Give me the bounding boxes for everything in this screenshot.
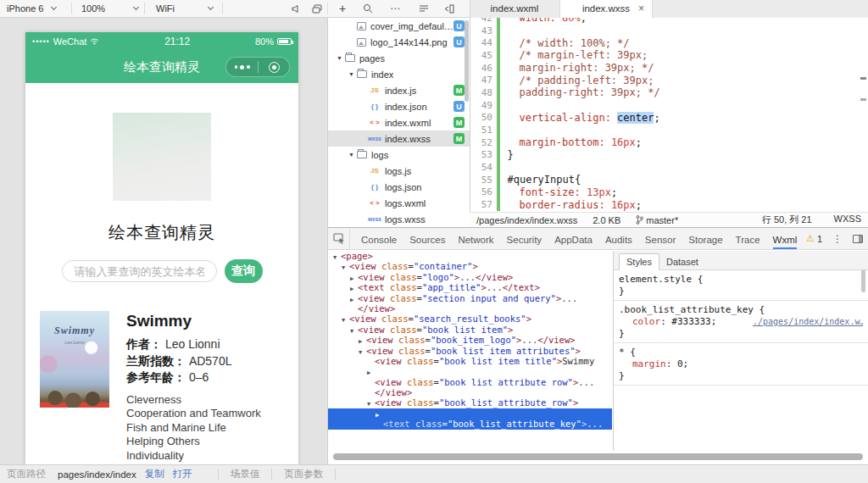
query-input[interactable] <box>62 260 217 282</box>
git-branch[interactable]: master* <box>636 215 678 225</box>
add-file-icon[interactable]: + <box>336 2 349 15</box>
wxml-node[interactable]: ▼<view class="book_list_item_attributes"… <box>328 346 612 356</box>
code-line[interactable]: 47/* padding-left: 39px; <box>470 74 868 86</box>
wxml-node[interactable]: </view> <box>328 303 612 314</box>
file-tree-item[interactable]: wxssindex.wxssM <box>328 130 470 147</box>
wxml-node[interactable]: ▶<view class="book_item_logo">...</view> <box>328 335 612 345</box>
wxml-node[interactable]: ▼<view class="container"> <box>328 261 612 271</box>
devtools-horizontal-scrollbar[interactable] <box>333 453 863 460</box>
wxml-node[interactable]: ▶<text class="app_title">...</text> <box>328 282 612 292</box>
devtools-tab-wxml[interactable]: Wxml <box>773 229 798 249</box>
tab-styles[interactable]: Styles <box>619 253 659 270</box>
exit-circle-icon[interactable] <box>259 62 289 73</box>
wxml-node[interactable]: ▶<view class="section input_and_query">.… <box>328 293 612 303</box>
devtools-tab-appdata[interactable]: AppData <box>554 229 593 249</box>
collapse-editor-icon[interactable] <box>442 2 456 15</box>
style-property[interactable]: margin: 0; <box>619 358 863 370</box>
devtools-tab-trace[interactable]: Trace <box>736 229 760 249</box>
wxml-node[interactable]: ▼<page> <box>328 251 612 261</box>
file-tree-item[interactable]: ▼logs <box>328 147 470 163</box>
book-result-item[interactable]: Swimmy Leo Lionni Swimmy 作者： Leo Lionni兰… <box>25 311 298 464</box>
book-info: Swimmy 作者： Leo Lionni兰斯指数： AD570L参考年龄： 0… <box>126 311 261 464</box>
file-tree-scrollbar[interactable] <box>465 20 469 102</box>
wxml-node[interactable]: ▼<view class="search_result_books"> <box>328 314 612 324</box>
search-icon[interactable] <box>361 2 375 15</box>
zoom-selector[interactable]: 100% <box>81 0 138 17</box>
devtools-tab-sensor[interactable]: Sensor <box>645 229 676 249</box>
code-line[interactable]: 53} <box>470 149 868 162</box>
node-expand-icon: ▶ <box>367 368 375 376</box>
code-line[interactable]: 57border-radius: 16px; <box>470 198 868 211</box>
tab-index-wxss[interactable]: index.wxss × <box>559 0 653 18</box>
network-selector[interactable]: WiFi <box>156 0 213 17</box>
file-tree-item[interactable]: < >index.wxmlM <box>328 114 470 130</box>
devtools-tab-audits[interactable]: Audits <box>605 229 632 249</box>
windows-icon[interactable] <box>310 2 324 15</box>
tab-index-wxml[interactable]: index.wxml <box>470 0 559 18</box>
code-line[interactable]: 56font-size: 13px; <box>470 186 868 199</box>
wxml-node[interactable]: ▼<view class="book_list_item"> <box>328 325 612 335</box>
styles-pane: Styles Dataset element.style {}.book_lis… <box>613 251 868 451</box>
rule-selector[interactable]: * <box>619 347 625 358</box>
inspect-element-icon[interactable] <box>328 228 350 249</box>
devtools-tab-sources[interactable]: Sources <box>409 229 445 249</box>
dock-side-icon[interactable] <box>853 235 863 243</box>
code-line[interactable]: 49 <box>470 99 868 112</box>
mute-speaker-icon[interactable] <box>289 2 303 15</box>
code-line[interactable]: 50vertical-align: center; <box>470 112 868 125</box>
capsule-menu[interactable] <box>225 57 290 77</box>
devtools-tab-console[interactable]: Console <box>361 229 397 249</box>
file-tree-item[interactable]: logo_144x144.pngU <box>328 34 470 50</box>
wxml-node[interactable]: <view class="book_list_attribute_row">..… <box>328 377 612 387</box>
file-tree-item[interactable]: ▼pages <box>328 50 470 66</box>
devtools-tab-security[interactable]: Security <box>507 229 542 249</box>
code-line[interactable]: 44/* width: 100%; */ <box>470 36 868 49</box>
wxml-node[interactable]: ▶ <box>328 366 612 376</box>
open-link[interactable]: 打开 <box>173 468 192 480</box>
close-tab-icon[interactable]: × <box>638 0 644 17</box>
wxml-node[interactable]: ▶<view class="logo">...</view> <box>328 272 612 282</box>
code-line[interactable]: 51 <box>470 124 868 136</box>
code-text: padding-right: 39px; */ <box>508 86 660 98</box>
query-button[interactable]: 查询 <box>225 259 263 283</box>
phone-nav-bar: 绘本查询精灵 <box>25 51 298 83</box>
code-line[interactable]: 48padding-right: 39px; */ <box>470 86 868 99</box>
code-line[interactable]: 54 <box>470 161 868 174</box>
code-line[interactable]: 52margin-bottom: 16px; <box>470 136 868 149</box>
rule-selector[interactable]: .book_list_attribute_key <box>619 304 754 315</box>
file-tree-item[interactable]: < >logs.wxml <box>328 195 470 211</box>
device-selector[interactable]: iPhone 6 <box>7 0 56 17</box>
rule-selector[interactable]: element.style <box>619 274 692 285</box>
wxml-node[interactable]: </view> <box>328 387 612 397</box>
code-line[interactable]: 46margin-right: 39px; */ <box>470 62 868 75</box>
devtools-tab-storage[interactable]: Storage <box>688 229 722 249</box>
file-tree-item[interactable]: JSindex.jsM <box>328 82 470 98</box>
tab-dataset[interactable]: Dataset <box>659 254 705 269</box>
stylesheet-link[interactable]: ./pages/index/index.w… <box>753 316 863 328</box>
devtools-menu-icon[interactable]: ⋮ <box>832 233 843 245</box>
code-editor[interactable]: 42width: 80%;4344/* width: 100%; */45/* … <box>470 18 868 212</box>
devtools-tab-network[interactable]: Network <box>458 229 493 249</box>
wxml-node[interactable]: ▼<view class="book_list_attribute_row"> <box>328 397 612 408</box>
outline-list-icon[interactable] <box>417 2 431 15</box>
code-line[interactable]: 45/* margin-left: 39px; <box>470 49 868 62</box>
code-line[interactable]: 43 <box>470 25 868 37</box>
copy-link[interactable]: 复制 <box>145 468 164 480</box>
file-tree-item[interactable]: { }index.jsonU <box>328 98 470 114</box>
file-tree-item[interactable]: cover_img_defaul…U <box>328 18 470 34</box>
file-tree-item[interactable]: ▼index <box>328 66 470 82</box>
wxml-node[interactable]: <text class="book_list_attribute_key">..… <box>328 419 612 429</box>
file-tree-item[interactable]: { }logs.json <box>328 179 470 195</box>
code-line[interactable]: 42width: 80%; <box>470 18 868 25</box>
more-actions-icon[interactable]: ⋯ <box>388 2 402 15</box>
wxml-node[interactable]: ▶ <box>328 408 612 419</box>
scene-value-label[interactable]: 场景值 <box>231 468 260 480</box>
warnings-indicator[interactable]: ⚠ 1 <box>806 233 822 244</box>
wxml-node[interactable]: <view class="book_list_item_title">Swimm… <box>328 356 612 366</box>
more-menu-icon[interactable] <box>226 65 258 69</box>
language-mode-label[interactable]: WXSS <box>834 214 861 226</box>
page-params-label[interactable]: 页面参数 <box>284 468 323 480</box>
file-tree-item[interactable]: wxsslogs.wxss <box>328 211 470 227</box>
file-tree-item[interactable]: JSlogs.js <box>328 163 470 179</box>
code-line[interactable]: 55#queryInput{ <box>470 174 868 186</box>
